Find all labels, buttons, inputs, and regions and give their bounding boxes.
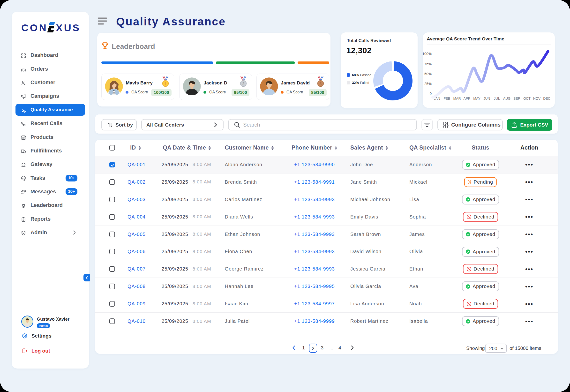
svg-text:1: 1 (165, 82, 167, 86)
svg-text:2: 2 (242, 82, 245, 86)
svg-text:3: 3 (320, 82, 322, 86)
